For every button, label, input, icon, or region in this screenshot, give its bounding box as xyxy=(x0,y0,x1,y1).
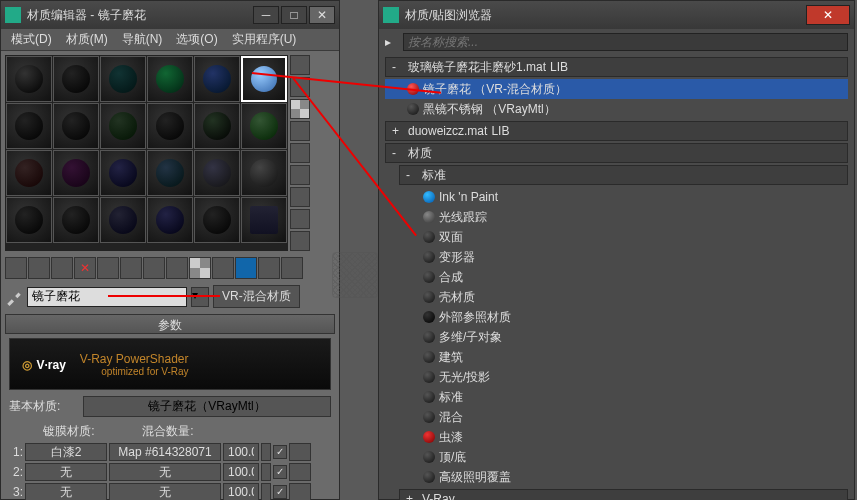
enable-checkbox[interactable] xyxy=(273,445,287,459)
color-swatch[interactable] xyxy=(289,463,311,481)
tree-item[interactable]: 虫漆 xyxy=(385,427,848,447)
material-slot[interactable] xyxy=(194,103,240,149)
material-slot[interactable] xyxy=(53,56,99,102)
minimize-button[interactable]: ─ xyxy=(253,6,279,24)
tree-item[interactable]: 壳材质 xyxy=(385,287,848,307)
tree-item[interactable]: 高级照明覆盖 xyxy=(385,467,848,487)
material-slot[interactable] xyxy=(100,150,146,196)
put-to-scene-icon[interactable] xyxy=(28,257,50,279)
tree-item[interactable]: 光线跟踪 xyxy=(385,207,848,227)
color-swatch[interactable] xyxy=(289,443,311,461)
color-swatch[interactable] xyxy=(289,483,311,500)
cat-standard[interactable]: - 标准 xyxy=(399,165,848,185)
show-end-result-icon[interactable] xyxy=(212,257,234,279)
put-to-library-icon[interactable] xyxy=(143,257,165,279)
base-material-button[interactable]: 镜子磨花（VRayMtl） xyxy=(83,396,331,417)
get-material-icon[interactable] xyxy=(5,257,27,279)
menu-nav[interactable]: 导航(N) xyxy=(116,29,169,50)
blend-map-button[interactable]: Map #614328071 xyxy=(109,443,221,461)
material-slot[interactable] xyxy=(6,103,52,149)
tree-item[interactable]: 混合 xyxy=(385,407,848,427)
enable-checkbox[interactable] xyxy=(273,465,287,479)
coat-mat-button[interactable]: 无 xyxy=(25,483,107,500)
material-slot[interactable] xyxy=(6,150,52,196)
go-parent-icon[interactable] xyxy=(235,257,257,279)
menu-options[interactable]: 选项(O) xyxy=(170,29,223,50)
make-copy-icon[interactable] xyxy=(97,257,119,279)
material-slot[interactable] xyxy=(194,197,240,243)
coat-mat-button[interactable]: 白漆2 xyxy=(25,443,107,461)
material-slot[interactable] xyxy=(241,103,287,149)
material-slot[interactable] xyxy=(53,150,99,196)
reset-map-icon[interactable] xyxy=(74,257,96,279)
spinner-icon[interactable] xyxy=(261,443,271,461)
close-button[interactable]: ✕ xyxy=(309,6,335,24)
options-icon[interactable] xyxy=(290,187,310,207)
material-slot[interactable] xyxy=(147,150,193,196)
tree-item[interactable]: 双面 xyxy=(385,227,848,247)
titlebar[interactable]: 材质/贴图浏览器 ✕ xyxy=(379,1,854,29)
coat-mat-button[interactable]: 无 xyxy=(25,463,107,481)
backlight-icon[interactable] xyxy=(290,77,310,97)
tree-item[interactable]: 镜子磨花 （VR-混合材质） xyxy=(385,79,848,99)
close-button[interactable]: ✕ xyxy=(806,5,850,25)
mat-map-nav-icon[interactable] xyxy=(290,231,310,251)
sample-type-icon[interactable] xyxy=(290,55,310,75)
tree-item[interactable]: 黑镜不锈钢 （VRayMtl） xyxy=(385,99,848,119)
material-slot[interactable] xyxy=(100,103,146,149)
material-slot[interactable] xyxy=(147,103,193,149)
sample-uv-icon[interactable] xyxy=(290,121,310,141)
tree-item[interactable]: 外部参照材质 xyxy=(385,307,848,327)
amount-input[interactable] xyxy=(223,443,259,461)
material-slot[interactable] xyxy=(100,56,146,102)
blend-map-button[interactable]: 无 xyxy=(109,483,221,500)
enable-checkbox[interactable] xyxy=(273,485,287,499)
material-slot[interactable] xyxy=(53,103,99,149)
background-icon[interactable] xyxy=(290,99,310,119)
params-rollup-header[interactable]: 参数 xyxy=(5,314,335,334)
show-map-icon[interactable] xyxy=(189,257,211,279)
tree-item[interactable]: 顶/底 xyxy=(385,447,848,467)
search-expand-icon[interactable]: ▸ xyxy=(385,35,399,49)
tree-item[interactable]: 建筑 xyxy=(385,347,848,367)
material-id-icon[interactable] xyxy=(166,257,188,279)
make-unique-icon[interactable] xyxy=(120,257,142,279)
tree-item[interactable]: 无光/投影 xyxy=(385,367,848,387)
tree-item[interactable]: 多维/子对象 xyxy=(385,327,848,347)
material-slot[interactable] xyxy=(100,197,146,243)
tree-item[interactable]: 合成 xyxy=(385,267,848,287)
spinner-icon[interactable] xyxy=(261,463,271,481)
search-input[interactable] xyxy=(403,33,848,51)
amount-input[interactable] xyxy=(223,483,259,500)
tree-item[interactable]: 变形器 xyxy=(385,247,848,267)
material-slot[interactable] xyxy=(53,197,99,243)
tree-item[interactable]: Ink 'n Paint xyxy=(385,187,848,207)
video-check-icon[interactable] xyxy=(290,143,310,163)
material-slot[interactable] xyxy=(6,56,52,102)
amount-input[interactable] xyxy=(223,463,259,481)
cat-vray[interactable]: + V-Ray xyxy=(399,489,848,500)
assign-to-sel-icon[interactable] xyxy=(51,257,73,279)
material-slot[interactable] xyxy=(241,197,287,243)
material-slot[interactable] xyxy=(194,56,240,102)
lib-header-2[interactable]: + duoweizcz.mat LIB xyxy=(385,121,848,141)
material-slot[interactable] xyxy=(147,56,193,102)
material-slot[interactable] xyxy=(241,56,287,102)
menu-material[interactable]: 材质(M) xyxy=(60,29,114,50)
material-slot[interactable] xyxy=(147,197,193,243)
material-type-button[interactable]: VR-混合材质 xyxy=(213,285,300,308)
make-preview-icon[interactable] xyxy=(290,165,310,185)
spinner-icon[interactable] xyxy=(261,483,271,500)
name-dropdown-icon[interactable]: ▾ xyxy=(191,287,209,307)
go-forward-icon[interactable] xyxy=(258,257,280,279)
blend-map-button[interactable]: 无 xyxy=(109,463,221,481)
cat-materials[interactable]: - 材质 xyxy=(385,143,848,163)
tree-item[interactable]: 标准 xyxy=(385,387,848,407)
lib-header-1[interactable]: - 玻璃镜子磨花非磨砂1.mat LIB xyxy=(385,57,848,77)
menu-utilities[interactable]: 实用程序(U) xyxy=(226,29,303,50)
select-by-mat-icon[interactable] xyxy=(290,209,310,229)
material-name-input[interactable] xyxy=(27,287,187,307)
material-slot[interactable] xyxy=(241,150,287,196)
material-slot[interactable] xyxy=(6,197,52,243)
eyedropper-icon[interactable] xyxy=(5,288,23,306)
